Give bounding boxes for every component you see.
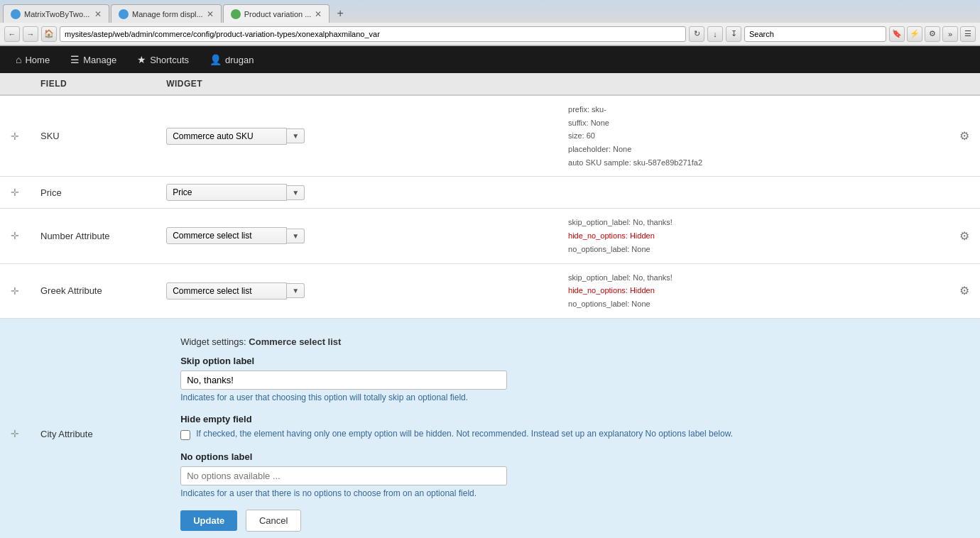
more-icon[interactable]: » xyxy=(942,26,958,42)
number-settings: skip_option_label: No, thanks! hide_no_o… xyxy=(568,216,938,256)
table-header: FIELD WIDGET xyxy=(0,73,980,95)
city-drag-handle[interactable]: ✛ xyxy=(11,428,19,439)
widget-cell: Commerce auto SKU ▼ xyxy=(156,95,557,177)
tab-1-icon xyxy=(11,9,21,19)
browser-chrome: MatrixTwoByTwo... ✕ Manage form displ...… xyxy=(0,0,980,46)
number-widget-dropdown-btn[interactable]: ▼ xyxy=(287,229,305,243)
menu-icon[interactable]: ☰ xyxy=(960,26,976,42)
new-tab-button[interactable]: + xyxy=(331,4,349,23)
back-button[interactable]: ← xyxy=(4,26,20,42)
no-options-hint: Indicates for a user that there is no op… xyxy=(180,488,955,498)
greek-widget-select[interactable]: Commerce select list xyxy=(166,282,287,300)
field-name: Price xyxy=(40,187,62,198)
tab-3[interactable]: Product variation ... ✕ xyxy=(223,4,330,23)
widget-settings-label: Widget settings: xyxy=(180,336,246,347)
greek-settings: skip_option_label: No, thanks! hide_no_o… xyxy=(568,271,938,311)
col-settings-header xyxy=(557,73,949,95)
update-button[interactable]: Update xyxy=(180,510,237,531)
tab-1-close[interactable]: ✕ xyxy=(94,9,102,19)
drag-handle[interactable]: ✛ xyxy=(11,187,19,198)
no-options-label: No options label xyxy=(180,451,955,462)
sku-gear-icon[interactable]: ⚙ xyxy=(959,130,969,142)
tab-2-close[interactable]: ✕ xyxy=(207,9,214,19)
hide-empty-label: Hide empty field xyxy=(180,414,955,424)
tab-3-close[interactable]: ✕ xyxy=(315,9,322,19)
user-icon: 👤 xyxy=(209,54,222,65)
greek-gear-icon[interactable]: ⚙ xyxy=(959,285,969,297)
number-settings-cell: skip_option_label: No, thanks! hide_no_o… xyxy=(557,209,949,263)
user-menu-item[interactable]: 👤 drugan xyxy=(201,46,262,73)
expanded-header: Widget settings: Commerce select list xyxy=(180,336,955,347)
manage-icon: ☰ xyxy=(70,54,80,65)
table-body: ✛ SKU Commerce auto SKU ▼ prefix: sku- xyxy=(0,95,980,538)
download2-button[interactable]: ↧ xyxy=(726,26,741,42)
browser-search-input[interactable] xyxy=(744,26,886,42)
tab-bar: MatrixTwoByTwo... ✕ Manage form displ...… xyxy=(0,0,980,23)
tab-1-label: MatrixTwoByTwo... xyxy=(24,10,91,18)
skip-option-label: Skip option label xyxy=(180,356,955,366)
home-icon: ⌂ xyxy=(16,54,21,65)
drag-cell: ✛ xyxy=(0,209,30,263)
widget-cell: Price ▼ xyxy=(156,177,557,209)
home-button[interactable]: 🏠 xyxy=(41,26,57,42)
hide-empty-checkbox-row: If checked, the element having only one … xyxy=(180,429,955,440)
widget-name: Commerce select list xyxy=(249,336,341,347)
price-widget-dropdown-btn[interactable]: ▼ xyxy=(287,185,305,200)
number-attribute-field-name: Number Attribute xyxy=(40,231,110,241)
col-drag xyxy=(0,73,30,95)
widget-select-wrapper: Commerce auto SKU ▼ xyxy=(166,128,547,145)
hide-empty-checkbox[interactable] xyxy=(180,430,190,440)
greek-hide-setting: hide_no_options: Hidden xyxy=(568,286,655,295)
tab-3-icon xyxy=(231,9,241,19)
star-icon: ★ xyxy=(137,54,146,65)
home-menu-item[interactable]: ⌂ Home xyxy=(7,46,58,73)
greek-attribute-field-name: Greek Attribute xyxy=(40,285,102,296)
manage-label: Manage xyxy=(83,55,116,65)
field-name-cell: Number Attribute xyxy=(30,209,156,263)
user-label: drugan xyxy=(225,55,254,65)
table-row: ✛ Price Price ▼ xyxy=(0,177,980,209)
no-options-input[interactable] xyxy=(180,466,507,485)
number-gear-icon[interactable]: ⚙ xyxy=(959,230,969,242)
tab-2[interactable]: Manage form displ... ✕ xyxy=(111,4,222,23)
forward-button[interactable]: → xyxy=(23,26,38,42)
drag-cell: ✛ xyxy=(0,177,30,209)
main-content: FIELD WIDGET ✛ SKU Commerce auto SKU xyxy=(0,73,980,538)
skip-option-hint: Indicates for a user that choosing this … xyxy=(180,392,955,402)
greek-settings-cell: skip_option_label: No, thanks! hide_no_o… xyxy=(557,263,949,318)
greek-gear-cell: ⚙ xyxy=(949,263,980,318)
sku-settings: prefix: sku- suffix: None size: 60 place… xyxy=(568,103,938,169)
skip-option-input[interactable] xyxy=(180,370,507,390)
shortcuts-menu-item[interactable]: ★ Shortcuts xyxy=(129,46,197,73)
refresh-button[interactable]: ↻ xyxy=(689,26,704,42)
table-row: ✛ Greek Attribute Commerce select list ▼ xyxy=(0,263,980,318)
col-widget-header: WIDGET xyxy=(156,73,557,95)
bookmark-icon[interactable]: 🔖 xyxy=(889,26,905,42)
hide-empty-hint: If checked, the element having only one … xyxy=(196,429,733,439)
download-button[interactable]: ↓ xyxy=(707,26,723,42)
widget-select-wrapper: Commerce select list ▼ xyxy=(166,282,547,300)
city-expanded-cell: Widget settings: Commerce select list Sk… xyxy=(156,318,980,538)
field-name-cell: Greek Attribute xyxy=(30,263,156,318)
form-buttons: Update Cancel xyxy=(180,510,955,532)
url-bar[interactable] xyxy=(60,26,686,42)
manage-menu-item[interactable]: ☰ Manage xyxy=(62,46,125,73)
price-widget-select[interactable]: Price xyxy=(166,184,287,201)
greek-widget-dropdown-btn[interactable]: ▼ xyxy=(287,283,305,298)
drag-handle[interactable]: ✛ xyxy=(11,131,19,142)
drag-handle[interactable]: ✛ xyxy=(11,230,19,241)
settings-icon[interactable]: ⚙ xyxy=(925,26,940,42)
cancel-button[interactable]: Cancel xyxy=(246,510,301,532)
field-name: SKU xyxy=(40,131,60,141)
drag-handle[interactable]: ✛ xyxy=(11,285,19,297)
shortcuts-label: Shortcuts xyxy=(150,55,189,65)
table-row: ✛ Number Attribute Commerce select list … xyxy=(0,209,980,263)
number-widget-select[interactable]: Commerce select list xyxy=(166,227,287,244)
tab-1[interactable]: MatrixTwoByTwo... ✕ xyxy=(3,4,109,23)
city-attribute-row: ✛ City Attribute Widget settings: Commer… xyxy=(0,318,980,538)
lightning-icon[interactable]: ⚡ xyxy=(907,26,922,42)
sku-widget-select[interactable]: Commerce auto SKU xyxy=(166,128,287,145)
widget-select-wrapper: Price ▼ xyxy=(166,184,547,201)
sku-widget-dropdown-btn[interactable]: ▼ xyxy=(287,128,305,143)
field-name-cell: SKU xyxy=(30,95,156,177)
